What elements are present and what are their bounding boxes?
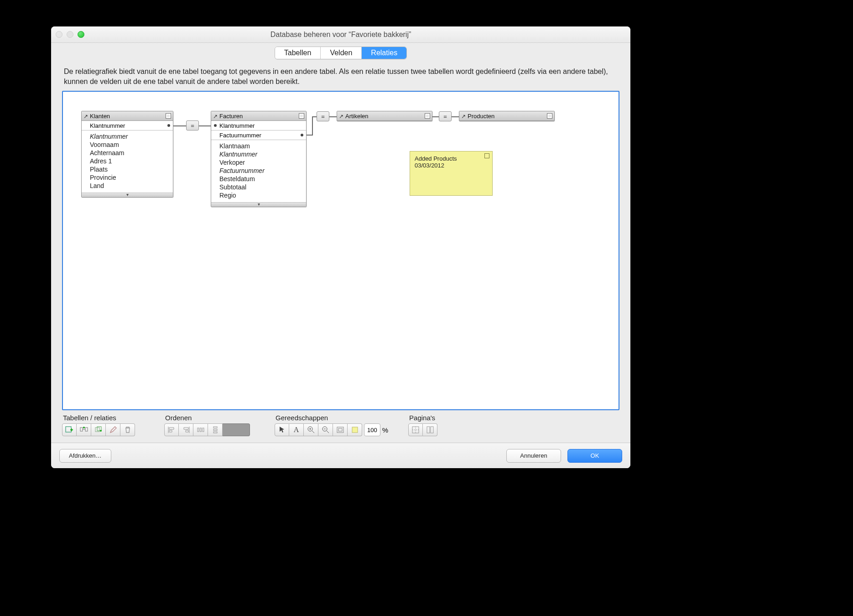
note-resize-icon[interactable] xyxy=(484,153,489,158)
trash-icon xyxy=(124,426,132,434)
relation-line xyxy=(199,125,211,126)
field[interactable]: Adres 1 xyxy=(90,157,168,165)
note-icon xyxy=(351,426,359,434)
toolbar-group-tables: Tabellen / relaties xyxy=(62,414,135,436)
zoom-in-icon xyxy=(307,426,315,434)
relation-line xyxy=(307,135,312,136)
add-relationship-button[interactable] xyxy=(77,423,91,436)
zoom-value: 100 xyxy=(367,427,377,433)
delete-button[interactable] xyxy=(120,423,135,436)
sticky-note[interactable]: Added Products 03/03/2012 xyxy=(410,151,493,196)
field[interactable]: Klantnummer xyxy=(90,132,168,141)
table-facturen[interactable]: Facturen Klantnummer Factuurnummer Klant… xyxy=(211,111,307,207)
tabs-row: Tabellen Velden Relaties xyxy=(51,43,630,63)
arrow-icon xyxy=(339,113,343,120)
align-right-button[interactable] xyxy=(179,423,193,436)
connector-dot-icon xyxy=(301,134,303,136)
field[interactable]: Klantnaam xyxy=(219,142,302,150)
key-field[interactable]: Klantnummer xyxy=(211,121,306,131)
relationship-canvas[interactable]: Klanten Klantnummer Klantnummer Voornaam… xyxy=(62,91,619,410)
field[interactable]: Subtotaal xyxy=(219,183,302,191)
table-title: Facturen xyxy=(219,113,243,120)
field[interactable]: Verkoper xyxy=(219,158,302,167)
distribute-v-button[interactable] xyxy=(208,423,223,436)
toolbar-group-pages: Pagina's xyxy=(408,414,437,436)
page-breaks-button[interactable] xyxy=(423,423,437,436)
relation-operator[interactable]: = xyxy=(317,111,329,121)
field[interactable]: Factuurnummer xyxy=(219,167,302,175)
resize-handle[interactable] xyxy=(211,202,306,207)
pointer-icon xyxy=(278,426,286,434)
duplicate-button[interactable] xyxy=(91,423,106,436)
toolbar-group-label: Gereedschappen xyxy=(275,414,388,422)
edit-button[interactable] xyxy=(106,423,120,436)
svg-rect-8 xyxy=(213,427,217,428)
field[interactable]: Provincie xyxy=(90,173,168,182)
resize-handle[interactable] xyxy=(82,193,173,197)
note-text-line: Added Products xyxy=(415,155,488,162)
distribute-h-icon xyxy=(197,426,205,434)
pointer-tool-button[interactable] xyxy=(275,423,289,436)
align-right-icon xyxy=(182,426,190,434)
text-tool-button[interactable]: A xyxy=(289,423,304,436)
fit-window-icon xyxy=(336,426,344,434)
distribute-h-button[interactable] xyxy=(193,423,208,436)
table-artikelen[interactable]: Artikelen xyxy=(337,111,432,121)
field[interactable]: Besteldatum xyxy=(219,175,302,183)
cancel-button[interactable]: Annuleren xyxy=(506,449,561,463)
zoom-value-field[interactable]: 100 xyxy=(364,423,380,436)
key-field[interactable]: Factuurnummer xyxy=(211,131,306,140)
note-tool-button[interactable] xyxy=(348,423,362,436)
collapse-icon[interactable] xyxy=(166,113,171,119)
field[interactable]: Plaats xyxy=(90,165,168,173)
duplicate-plus-icon xyxy=(94,426,103,434)
table-producten[interactable]: Producten xyxy=(459,111,555,121)
table-header[interactable]: Producten xyxy=(459,111,554,121)
page-grid-button[interactable] xyxy=(408,423,423,436)
key-field[interactable]: Klantnummer xyxy=(82,121,173,131)
page-breaks-icon xyxy=(426,426,434,434)
table-title: Klanten xyxy=(90,113,110,120)
ok-button[interactable]: OK xyxy=(567,449,622,463)
add-table-button[interactable] xyxy=(62,423,77,436)
align-left-button[interactable] xyxy=(164,423,179,436)
color-swatch-button[interactable] xyxy=(223,423,250,436)
relation-operator[interactable]: = xyxy=(439,111,452,121)
relation-operator[interactable]: = xyxy=(186,120,199,131)
text-a-icon: A xyxy=(294,426,299,434)
field[interactable]: Achternaam xyxy=(90,149,168,157)
fit-window-button[interactable] xyxy=(333,423,348,436)
table-plus-icon xyxy=(65,426,73,434)
field[interactable]: Klantnummer xyxy=(219,150,302,158)
svg-rect-13 xyxy=(337,427,343,433)
collapse-icon[interactable] xyxy=(299,113,304,119)
distribute-v-icon xyxy=(211,426,219,434)
table-header[interactable]: Facturen xyxy=(211,111,306,121)
field[interactable]: Land xyxy=(90,182,168,190)
table-header[interactable]: Artikelen xyxy=(337,111,432,121)
svg-rect-1 xyxy=(80,428,83,431)
segmented-tabs: Tabellen Velden Relaties xyxy=(275,47,407,59)
window-title: Database beheren voor “Favoriete bakkeri… xyxy=(51,31,630,39)
svg-rect-14 xyxy=(338,428,342,431)
zoom-in-button[interactable] xyxy=(304,423,318,436)
field[interactable]: Regio xyxy=(219,191,302,199)
print-button[interactable]: Afdrukken… xyxy=(59,449,111,463)
table-klanten[interactable]: Klanten Klantnummer Klantnummer Voornaam… xyxy=(81,111,173,198)
tab-tabellen[interactable]: Tabellen xyxy=(275,47,321,59)
tab-velden[interactable]: Velden xyxy=(321,47,362,59)
page-grid-icon xyxy=(411,426,420,434)
expand-icon[interactable] xyxy=(425,113,430,119)
toolbar-group-tools: Gereedschappen A 100 % xyxy=(275,414,388,436)
field[interactable]: Voornaam xyxy=(90,141,168,149)
titlebar: Database beheren voor “Favoriete bakkeri… xyxy=(51,26,630,43)
relation-line xyxy=(452,116,459,117)
zoom-out-button[interactable] xyxy=(318,423,333,436)
arrow-icon xyxy=(213,113,218,120)
expand-icon[interactable] xyxy=(547,113,552,119)
svg-rect-6 xyxy=(200,428,201,432)
toolbar-group-label: Pagina's xyxy=(408,414,437,422)
tab-relaties[interactable]: Relaties xyxy=(362,47,406,59)
zoom-out-icon xyxy=(322,426,330,434)
table-header[interactable]: Klanten xyxy=(82,111,173,121)
